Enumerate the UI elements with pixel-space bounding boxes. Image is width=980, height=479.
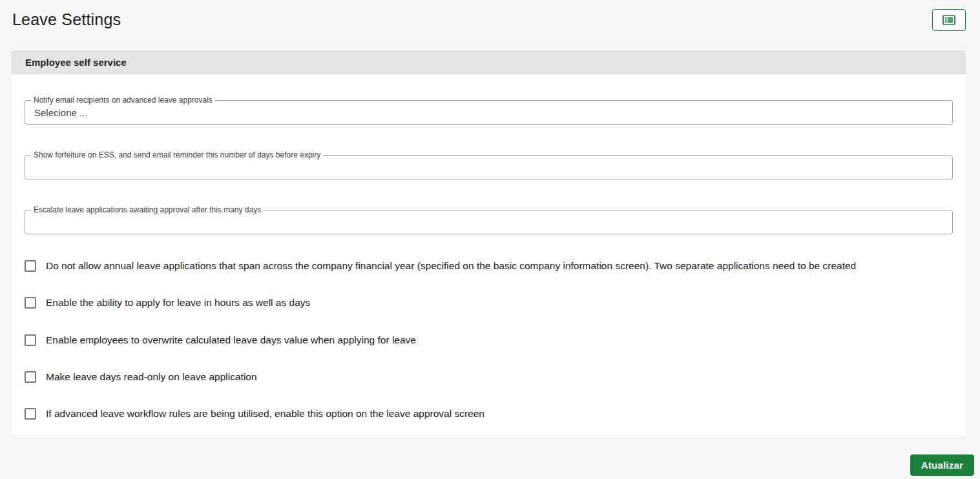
checkbox-row-leave-days-readonly[interactable]: Make leave days read-only on leave appli… [25, 371, 257, 383]
checkbox[interactable] [25, 408, 36, 420]
checkbox[interactable] [25, 371, 36, 383]
field-label: Show forfeiture on ESS, and send email r… [31, 150, 323, 160]
field-label: Notify email recipients on advanced leav… [31, 96, 215, 105]
checkbox-label: Do not allow annual leave applications t… [46, 260, 856, 272]
checkbox-row-leave-in-hours[interactable]: Enable the ability to apply for leave in… [25, 296, 310, 309]
employee-self-service-panel: Employee self service Notify email recip… [12, 50, 966, 435]
field-label: Escalate leave applications awaiting app… [31, 205, 264, 215]
forfeiture-reminder-days-field[interactable]: Show forfeiture on ESS, and send email r… [25, 155, 953, 179]
checkbox[interactable] [25, 260, 36, 272]
checkbox-label: Make leave days read-only on leave appli… [46, 371, 257, 383]
checkbox-label: Enable employees to overwrite calculated… [46, 334, 416, 346]
list-view-button[interactable] [932, 9, 966, 31]
checkbox[interactable] [25, 297, 36, 309]
page-title: Leave Settings [12, 10, 121, 29]
checkbox[interactable] [25, 334, 36, 346]
update-button[interactable]: Atualizar [910, 454, 974, 476]
checkbox-row-advanced-workflow-rules[interactable]: If advanced leave workflow rules are bei… [25, 407, 485, 420]
checkbox-label: Enable the ability to apply for leave in… [46, 297, 310, 309]
escalate-approval-days-field[interactable]: Escalate leave applications awaiting app… [25, 210, 953, 234]
checkbox-row-financial-year-span[interactable]: Do not allow annual leave applications t… [25, 260, 856, 272]
list-alt-icon [943, 15, 955, 25]
checkbox-label: If advanced leave workflow rules are bei… [46, 408, 485, 420]
checkbox-row-overwrite-leave-days[interactable]: Enable employees to overwrite calculated… [25, 334, 416, 347]
section-header: Employee self service [12, 50, 966, 74]
notify-email-recipients-select[interactable]: Notify email recipients on advanced leav… [25, 100, 953, 125]
